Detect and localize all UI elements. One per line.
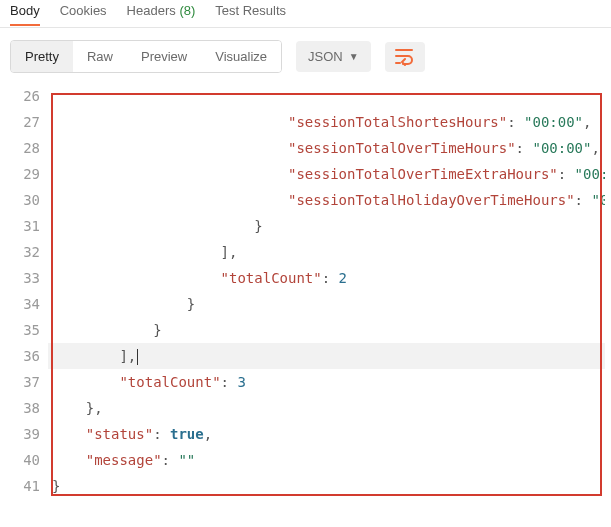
view-preview-button[interactable]: Preview (127, 41, 201, 72)
view-mode-group: Pretty Raw Preview Visualize (10, 40, 282, 73)
response-toolbar: Pretty Raw Preview Visualize JSON ▼ (0, 28, 611, 81)
code-text: "totalCount": 2 (48, 265, 605, 291)
code-line[interactable]: 37 "totalCount": 3 (6, 369, 605, 395)
response-body-panel: 26 27 "sessionTotalShortesHours": "00:00… (6, 83, 605, 499)
code-line[interactable]: 27 "sessionTotalShortesHours": "00:00", (6, 109, 605, 135)
code-line[interactable]: 41} (6, 473, 605, 499)
code-editor[interactable]: 26 27 "sessionTotalShortesHours": "00:00… (6, 83, 605, 499)
tab-headers[interactable]: Headers (8) (127, 0, 196, 26)
line-number: 29 (6, 161, 48, 187)
tab-cookies[interactable]: Cookies (60, 0, 107, 26)
format-dropdown-label: JSON (308, 49, 343, 64)
code-line[interactable]: 28 "sessionTotalOverTimeHours": "00:00", (6, 135, 605, 161)
line-number: 32 (6, 239, 48, 265)
line-number: 39 (6, 421, 48, 447)
code-line[interactable]: 40 "message": "" (6, 447, 605, 473)
code-line[interactable]: 38 }, (6, 395, 605, 421)
code-text: "sessionTotalShortesHours": "00:00", (48, 109, 605, 135)
format-dropdown[interactable]: JSON ▼ (296, 41, 371, 72)
code-text: } (48, 473, 605, 499)
wrap-lines-button[interactable] (385, 42, 425, 72)
code-text: "sessionTotalOverTimeExtraHours": "00:00… (48, 161, 605, 187)
code-text: }, (48, 395, 605, 421)
code-text: } (48, 291, 605, 317)
view-visualize-button[interactable]: Visualize (201, 41, 281, 72)
view-raw-button[interactable]: Raw (73, 41, 127, 72)
code-line[interactable]: 35 } (6, 317, 605, 343)
code-text: ], (48, 343, 605, 369)
line-number: 26 (6, 83, 48, 109)
code-text: "sessionTotalOverTimeHours": "00:00", (48, 135, 605, 161)
line-number: 31 (6, 213, 48, 239)
wrap-lines-icon (395, 48, 415, 66)
code-line[interactable]: 36 ], (6, 343, 605, 369)
tab-headers-label: Headers (127, 3, 176, 18)
code-line[interactable]: 39 "status": true, (6, 421, 605, 447)
code-line[interactable]: 29 "sessionTotalOverTimeExtraHours": "00… (6, 161, 605, 187)
code-text: "totalCount": 3 (48, 369, 605, 395)
code-line[interactable]: 30 "sessionTotalHolidayOverTimeHours": "… (6, 187, 605, 213)
line-number: 36 (6, 343, 48, 369)
response-tabs: Body Cookies Headers (8) Test Results (0, 0, 611, 28)
line-number: 40 (6, 447, 48, 473)
view-pretty-button[interactable]: Pretty (11, 41, 73, 72)
code-line[interactable]: 34 } (6, 291, 605, 317)
line-number: 27 (6, 109, 48, 135)
line-number: 41 (6, 473, 48, 499)
code-text: ], (48, 239, 605, 265)
line-number: 28 (6, 135, 48, 161)
code-text (48, 83, 605, 109)
tab-body[interactable]: Body (10, 0, 40, 26)
line-number: 30 (6, 187, 48, 213)
chevron-down-icon: ▼ (349, 51, 359, 62)
tab-headers-count: (8) (179, 3, 195, 18)
code-line[interactable]: 31 } (6, 213, 605, 239)
code-line[interactable]: 26 (6, 83, 605, 109)
tab-test-results[interactable]: Test Results (215, 0, 286, 26)
line-number: 35 (6, 317, 48, 343)
code-text: "message": "" (48, 447, 605, 473)
code-line[interactable]: 33 "totalCount": 2 (6, 265, 605, 291)
code-text: "sessionTotalHolidayOverTimeHours": "00:… (48, 187, 605, 213)
code-line[interactable]: 32 ], (6, 239, 605, 265)
code-text: } (48, 317, 605, 343)
code-text: "status": true, (48, 421, 605, 447)
line-number: 33 (6, 265, 48, 291)
line-number: 38 (6, 395, 48, 421)
code-text: } (48, 213, 605, 239)
line-number: 37 (6, 369, 48, 395)
line-number: 34 (6, 291, 48, 317)
